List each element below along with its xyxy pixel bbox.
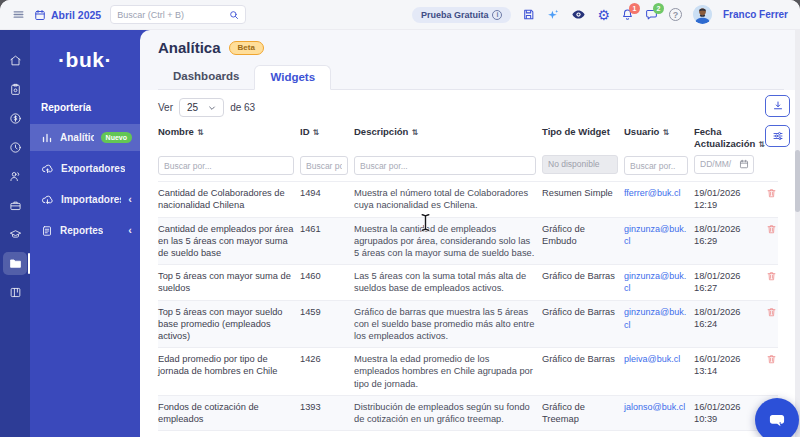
sort-icon[interactable]: ⇅ (197, 128, 204, 137)
cloud-upload-icon (41, 162, 54, 175)
table-filter-row: No disponibleDD/MM/ (158, 155, 778, 182)
eye-icon[interactable] (571, 7, 586, 22)
board-icon[interactable] (0, 278, 30, 307)
cell-tipo-widget: Gráfico de Treemap (542, 401, 618, 425)
education-icon[interactable] (0, 220, 30, 249)
cell-nombre: Cantidad de empleados por área en las 5 … (158, 223, 294, 259)
chat-icon[interactable]: 2 (645, 8, 658, 21)
delete-icon[interactable] (766, 353, 777, 365)
cell-usuario: ginzunza@buk.cl (624, 306, 688, 331)
support-chat-button[interactable] (755, 398, 799, 437)
filter-input[interactable] (354, 156, 536, 175)
delete-icon[interactable] (766, 187, 777, 199)
sidebar: ·buk· Reportería Analítica Nuevo Exporta… (30, 30, 140, 437)
people-icon[interactable] (0, 162, 30, 191)
sort-icon[interactable]: ⇅ (313, 128, 320, 137)
cell-usuario: fferrer@buk.cl (624, 187, 688, 200)
period-label: Abril 2025 (51, 9, 101, 21)
icon-rail (0, 30, 30, 437)
folder-icon[interactable] (0, 249, 30, 278)
avatar[interactable] (693, 5, 712, 24)
filter-date[interactable]: DD/MM/ (694, 155, 754, 174)
download-button[interactable] (765, 95, 790, 117)
save-icon[interactable] (522, 8, 535, 21)
column-header[interactable]: Nombre⇅ (158, 126, 294, 138)
tab-dashboards[interactable]: Dashboards (158, 65, 254, 89)
global-search-input[interactable] (117, 10, 225, 20)
cell-usuario: pleiva@buk.cl (624, 353, 688, 366)
trial-badge[interactable]: Prueba Gratuita i (412, 7, 512, 23)
chevron-left-icon[interactable]: ‹ (128, 194, 132, 205)
column-header[interactable]: Descripción⇅ (354, 126, 536, 138)
filter-input[interactable] (158, 156, 294, 175)
user-email-link[interactable]: ginzunza@buk.cl (624, 307, 686, 330)
sparkle-icon[interactable] (546, 8, 560, 22)
cell-nombre: Top 5 áreas con mayor suma de sueldos (158, 270, 294, 294)
tab-widgets[interactable]: Widgets (254, 65, 331, 90)
scrollbar-thumb[interactable] (795, 150, 800, 212)
cell-descripcion: Las 5 áreas con la suma total más alta d… (354, 270, 536, 294)
column-header[interactable]: Fecha Actualización⇅ (694, 126, 754, 150)
cloud-download-icon (41, 193, 54, 206)
search-icon[interactable] (229, 10, 239, 20)
download-icon (772, 100, 784, 112)
table-row[interactable]: Top 5 áreas con mayor suma de sueldos 14… (158, 264, 778, 300)
table-row[interactable]: Top 5 áreas con mayor sueldo base promed… (158, 300, 778, 347)
bar-chart-icon (41, 132, 53, 144)
sort-icon[interactable]: ⇅ (662, 128, 669, 137)
sort-icon[interactable]: ⇅ (758, 140, 765, 149)
chevron-down-icon (208, 104, 216, 112)
gear-icon[interactable]: ⚙ (597, 8, 610, 22)
table-row[interactable]: Fondos de cotización de empleados 1393 D… (158, 395, 778, 430)
user-email-link[interactable]: fferrer@buk.cl (624, 188, 681, 198)
delete-icon[interactable] (766, 223, 777, 235)
period-selector[interactable]: Abril 2025 (34, 9, 101, 21)
table-row[interactable]: Cantidad de empleados por área en las 5 … (158, 217, 778, 264)
payments-icon[interactable] (0, 104, 30, 133)
filter-input[interactable] (624, 156, 688, 175)
page-title: Analítica (158, 39, 221, 56)
table-row[interactable]: Edad promedio por tipo de jornada de hom… (158, 347, 778, 394)
cell-tipo-widget: Gráfico de Barras (542, 306, 618, 318)
user-email-link[interactable]: ginzunza@buk.cl (624, 271, 686, 294)
cell-tipo-widget: Gráfico de Barras (542, 270, 618, 282)
filter-input[interactable] (300, 156, 348, 175)
cell-usuario: ginzunza@buk.cl (624, 270, 688, 295)
cell-nombre: Top 5 áreas con mayor sueldo base promed… (158, 306, 294, 342)
column-settings-button[interactable] (765, 125, 790, 147)
delete-icon[interactable] (766, 306, 777, 318)
sidebar-item-importadores[interactable]: Importadores ‹ (30, 186, 140, 213)
pagesize-select[interactable]: 25 (179, 98, 224, 117)
menu-icon[interactable] (12, 8, 25, 21)
column-header[interactable]: ID⇅ (300, 126, 348, 138)
sidebar-item-label: Analítica (60, 132, 94, 143)
cell-id: 1460 (300, 270, 348, 282)
sidebar-item-label: Reportes (60, 225, 103, 236)
user-email-link[interactable]: ginzunza@buk.cl (624, 224, 686, 247)
time-icon[interactable] (0, 133, 30, 162)
table-row[interactable]: Colaboradores por nacionalidad 1392 Dist… (158, 430, 778, 437)
scrollbar-track[interactable] (795, 30, 800, 437)
global-search[interactable] (110, 5, 246, 24)
sidebar-item-reportes[interactable]: Reportes ‹ (30, 217, 140, 244)
sort-icon[interactable]: ⇅ (411, 128, 418, 137)
column-header[interactable]: Usuario⇅ (624, 126, 688, 138)
contracts-icon[interactable] (0, 75, 30, 104)
user-email-link[interactable]: jalonso@buk.cl (624, 402, 685, 412)
help-icon[interactable]: ? (669, 8, 682, 21)
sidebar-section-label: Reportería (30, 102, 140, 113)
table-row[interactable]: Cantidad de Colaboradores de nacionalida… (158, 181, 778, 216)
home-icon[interactable] (0, 46, 30, 75)
sidebar-item-analitica[interactable]: Analítica Nuevo (30, 124, 140, 151)
cell-actions (760, 270, 778, 282)
cell-fecha: 16/01/2026 13:14 (694, 353, 754, 377)
chevron-left-icon[interactable]: ‹ (128, 225, 132, 236)
calendar-icon (739, 159, 749, 169)
delete-icon[interactable] (766, 270, 777, 282)
sidebar-item-exportadores[interactable]: Exportadores (30, 155, 140, 182)
user-email-link[interactable]: pleiva@buk.cl (624, 354, 680, 364)
bell-icon[interactable]: 1 (621, 8, 634, 21)
briefcase-icon[interactable] (0, 191, 30, 220)
cell-id: 1426 (300, 353, 348, 365)
user-name[interactable]: Franco Ferrer (723, 9, 788, 20)
